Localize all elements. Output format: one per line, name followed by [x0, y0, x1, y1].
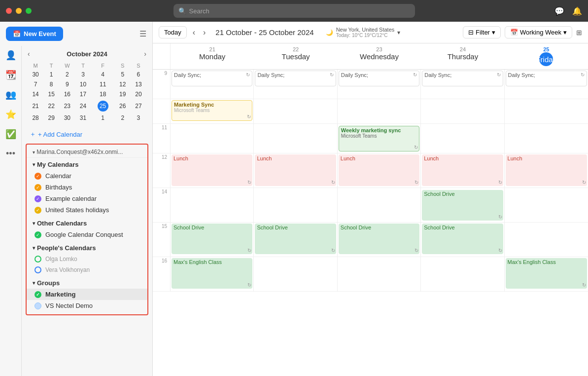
plus-icon: 📅 [13, 30, 21, 38]
event-school-drive-tue[interactable]: School Drive ↻ [255, 224, 336, 254]
event-english-mon[interactable]: Max's English Class ↻ [172, 258, 252, 289]
peoples-calendars-header[interactable]: ▾ People's Calendars [27, 242, 147, 254]
cal-day[interactable]: 30 [28, 70, 43, 79]
cal-day[interactable]: 31 [75, 113, 91, 123]
event-marketing-sync[interactable]: Marketing Sync Microsoft Teams ↻ [172, 100, 252, 121]
calendar-item-birthdays[interactable]: Birthdays [27, 182, 147, 193]
cal-day[interactable]: 16 [59, 89, 75, 99]
prev-month-button[interactable]: ‹ [28, 50, 30, 58]
cal-day[interactable]: 28 [28, 113, 43, 123]
cal-day[interactable]: 9 [59, 79, 75, 89]
chevron-down-icon[interactable]: ▾ [397, 29, 400, 36]
cal-day[interactable]: 21 [28, 99, 43, 113]
cal-day[interactable]: 25 [91, 99, 115, 113]
cal-day[interactable]: 14 [28, 89, 43, 99]
cal-day[interactable]: 3 [75, 70, 91, 79]
calendar-item-calendar[interactable]: Calendar [27, 170, 147, 182]
cal-day[interactable]: 23 [59, 99, 75, 113]
cal-day[interactable]: 7 [28, 79, 43, 89]
add-calendar-button[interactable]: ＋ + Add Calendar [22, 127, 152, 142]
event-weekly-marketing[interactable]: Weekly marketing sync Microsoft Teams ↻ [339, 126, 419, 151]
cal-day[interactable]: 1 [43, 70, 59, 79]
event-lunch-thu[interactable]: Lunch ↻ [422, 154, 503, 186]
cal-day[interactable]: 26 [115, 99, 131, 113]
next-week-button[interactable]: › [201, 27, 208, 38]
cal-day[interactable]: 27 [131, 99, 146, 113]
sidebar-icon-check[interactable]: ✅ [5, 129, 16, 140]
next-month-button[interactable]: › [144, 50, 146, 58]
cal-day[interactable]: 2 [115, 113, 131, 123]
search-placeholder: Search [189, 7, 209, 15]
calendar-dot [35, 291, 41, 298]
cal-day[interactable]: 12 [115, 79, 131, 89]
notification-icon[interactable]: 💬 [554, 6, 564, 16]
event-daily-sync-tue[interactable]: Daily Sync; ↻ [255, 71, 336, 86]
my-calendars-header[interactable]: ▾ My Calendars [27, 159, 147, 170]
event-english-fri[interactable]: Max's English Class ↻ [506, 258, 587, 289]
calendar-grid: 21 Monday 22 Tuesday 23 Wednesday 24 Thu… [153, 43, 588, 376]
cal-day[interactable]: 17 [75, 89, 91, 99]
event-lunch-tue[interactable]: Lunch ↻ [255, 154, 336, 186]
today-button[interactable]: Today [159, 26, 187, 38]
close-button[interactable] [6, 8, 12, 14]
search-bar[interactable]: 🔍 Search [173, 4, 415, 18]
view-selector[interactable]: 📅 Working Week ▾ [505, 26, 572, 38]
cal-day[interactable]: 30 [59, 113, 75, 123]
sidebar-icon-person[interactable]: 👤 [5, 50, 16, 61]
grid-view-icon[interactable]: ⊞ [576, 29, 582, 37]
maximize-button[interactable] [26, 8, 32, 14]
cal-day[interactable]: 3 [131, 113, 146, 123]
sidebar-icon-star[interactable]: ⭐ [5, 109, 16, 120]
event-school-drive-thu-14[interactable]: School Drive ↻ [422, 190, 503, 221]
cal-day[interactable]: 22 [43, 99, 59, 113]
col-header-wed: 23 Wednesday [338, 43, 421, 69]
cal-day[interactable]: 24 [75, 99, 91, 113]
cal-day[interactable]: 20 [131, 89, 146, 99]
dow-mon: M [28, 62, 43, 70]
groups-header[interactable]: ▾ Groups [27, 277, 147, 289]
event-daily-sync-thu[interactable]: Daily Sync; ↻ [422, 71, 503, 86]
event-lunch-fri[interactable]: Lunch ↻ [506, 154, 587, 186]
sidebar-menu-icon[interactable]: ☰ [139, 29, 146, 38]
event-daily-sync-wed[interactable]: Daily Sync; ↻ [339, 71, 419, 86]
prev-week-button[interactable]: ‹ [191, 27, 197, 38]
event-school-drive-wed[interactable]: School Drive ↻ [339, 224, 419, 254]
cal-day[interactable]: 8 [43, 79, 59, 89]
cal-day[interactable]: 2 [59, 70, 75, 79]
other-calendars-header[interactable]: ▾ Other Calendars [27, 218, 147, 229]
calendar-dot-outline [35, 256, 41, 263]
event-school-drive-thu[interactable]: School Drive ↻ [422, 224, 503, 254]
calendar-item-holidays[interactable]: United States holidays [27, 204, 147, 216]
calendar-item-example[interactable]: Example calendar [27, 193, 147, 204]
calendar-item-google[interactable]: Google Calendar Conquest [27, 229, 147, 240]
col-mon-15: School Drive ↻ [171, 223, 254, 257]
repeat-icon: ↻ [246, 72, 250, 77]
cal-day[interactable]: 19 [115, 89, 131, 99]
cal-day[interactable]: 6 [131, 70, 146, 79]
cal-day[interactable]: 10 [75, 79, 91, 89]
sidebar-icon-more[interactable]: ••• [6, 149, 15, 159]
calendar-item-marketing[interactable]: Marketing [27, 289, 147, 300]
calendar-item-vs-nectel[interactable]: VS Nectel Demo [27, 300, 147, 311]
cal-day[interactable]: 11 [91, 79, 115, 89]
filter-button[interactable]: ⊟ Filter ▾ [463, 26, 501, 38]
calendar-item-person2[interactable]: Vera Volkhonyan [27, 264, 147, 275]
sidebar-icon-calendar[interactable]: 📆 [5, 70, 16, 80]
alerts-icon[interactable]: 🔔 [572, 6, 582, 16]
new-event-button[interactable]: 📅 New Event [6, 27, 63, 41]
cal-day[interactable]: 29 [43, 113, 59, 123]
cal-day[interactable]: 4 [91, 70, 115, 79]
event-lunch-wed[interactable]: Lunch ↻ [339, 154, 419, 186]
cal-day[interactable]: 13 [131, 79, 146, 89]
cal-day[interactable]: 15 [43, 89, 59, 99]
cal-day[interactable]: 1 [91, 113, 115, 123]
calendar-item-person1[interactable]: Olga Lomko [27, 254, 147, 264]
cal-day[interactable]: 5 [115, 70, 131, 79]
sidebar-icon-people[interactable]: 👥 [5, 89, 16, 100]
event-lunch-mon[interactable]: Lunch ↻ [172, 154, 252, 186]
cal-day[interactable]: 18 [91, 89, 115, 99]
event-daily-sync-fri[interactable]: Daily Sync; ↻ [506, 71, 587, 86]
event-school-drive-mon[interactable]: School Drive ↻ [172, 224, 252, 254]
event-daily-sync-mon[interactable]: Daily Sync; ↻ [172, 71, 252, 86]
minimize-button[interactable] [16, 8, 22, 14]
